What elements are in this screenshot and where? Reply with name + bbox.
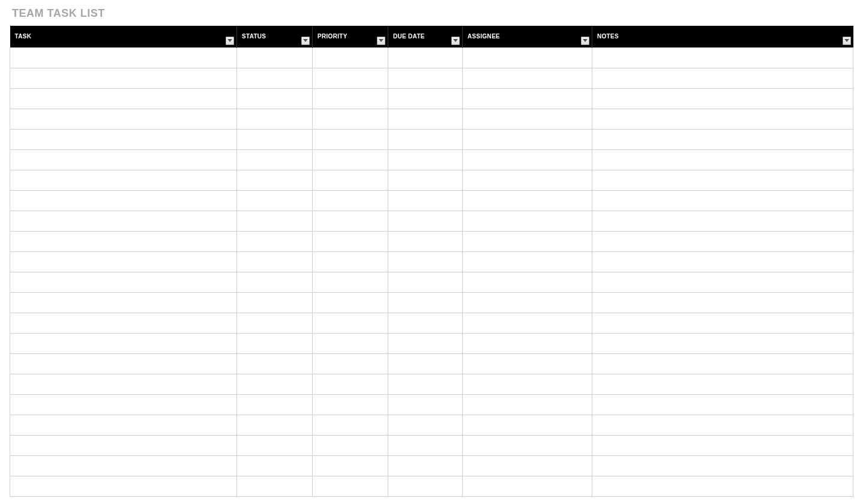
cell-duedate[interactable] bbox=[388, 455, 463, 476]
cell-notes[interactable] bbox=[592, 47, 853, 68]
cell-priority[interactable] bbox=[313, 109, 388, 129]
cell-notes[interactable] bbox=[592, 129, 853, 149]
cell-status[interactable] bbox=[237, 251, 313, 272]
cell-task[interactable] bbox=[10, 170, 237, 190]
cell-assignee[interactable] bbox=[463, 109, 592, 129]
cell-status[interactable] bbox=[237, 211, 313, 231]
column-header-duedate[interactable]: DUE DATE bbox=[388, 26, 463, 47]
cell-notes[interactable] bbox=[592, 211, 853, 231]
cell-task[interactable] bbox=[10, 313, 237, 333]
cell-assignee[interactable] bbox=[463, 272, 592, 292]
cell-duedate[interactable] bbox=[388, 190, 463, 211]
cell-duedate[interactable] bbox=[388, 251, 463, 272]
cell-notes[interactable] bbox=[592, 394, 853, 415]
cell-task[interactable] bbox=[10, 190, 237, 211]
cell-task[interactable] bbox=[10, 455, 237, 476]
column-header-status[interactable]: STATUS bbox=[237, 26, 313, 47]
cell-task[interactable] bbox=[10, 476, 237, 496]
cell-notes[interactable] bbox=[592, 455, 853, 476]
column-header-priority[interactable]: PRIORITY bbox=[313, 26, 388, 47]
cell-duedate[interactable] bbox=[388, 476, 463, 496]
cell-status[interactable] bbox=[237, 455, 313, 476]
cell-duedate[interactable] bbox=[388, 231, 463, 251]
cell-task[interactable] bbox=[10, 251, 237, 272]
cell-task[interactable] bbox=[10, 353, 237, 374]
cell-duedate[interactable] bbox=[388, 88, 463, 109]
cell-notes[interactable] bbox=[592, 272, 853, 292]
cell-priority[interactable] bbox=[313, 149, 388, 170]
column-header-task[interactable]: TASK bbox=[10, 26, 237, 47]
cell-status[interactable] bbox=[237, 313, 313, 333]
cell-notes[interactable] bbox=[592, 68, 853, 88]
cell-task[interactable] bbox=[10, 394, 237, 415]
cell-status[interactable] bbox=[237, 435, 313, 455]
cell-task[interactable] bbox=[10, 88, 237, 109]
cell-duedate[interactable] bbox=[388, 211, 463, 231]
cell-notes[interactable] bbox=[592, 170, 853, 190]
cell-assignee[interactable] bbox=[463, 476, 592, 496]
cell-status[interactable] bbox=[237, 394, 313, 415]
cell-status[interactable] bbox=[237, 190, 313, 211]
cell-priority[interactable] bbox=[313, 88, 388, 109]
cell-task[interactable] bbox=[10, 292, 237, 313]
cell-priority[interactable] bbox=[313, 476, 388, 496]
cell-priority[interactable] bbox=[313, 292, 388, 313]
cell-task[interactable] bbox=[10, 333, 237, 353]
cell-duedate[interactable] bbox=[388, 129, 463, 149]
cell-notes[interactable] bbox=[592, 415, 853, 435]
cell-notes[interactable] bbox=[592, 435, 853, 455]
cell-assignee[interactable] bbox=[463, 88, 592, 109]
cell-notes[interactable] bbox=[592, 190, 853, 211]
cell-notes[interactable] bbox=[592, 313, 853, 333]
cell-task[interactable] bbox=[10, 47, 237, 68]
cell-task[interactable] bbox=[10, 272, 237, 292]
cell-task[interactable] bbox=[10, 415, 237, 435]
cell-priority[interactable] bbox=[313, 129, 388, 149]
cell-notes[interactable] bbox=[592, 476, 853, 496]
filter-dropdown-button[interactable] bbox=[451, 37, 460, 45]
cell-assignee[interactable] bbox=[463, 455, 592, 476]
cell-notes[interactable] bbox=[592, 149, 853, 170]
cell-priority[interactable] bbox=[313, 190, 388, 211]
cell-priority[interactable] bbox=[313, 231, 388, 251]
cell-status[interactable] bbox=[237, 374, 313, 394]
cell-task[interactable] bbox=[10, 435, 237, 455]
filter-dropdown-button[interactable] bbox=[377, 37, 385, 45]
cell-task[interactable] bbox=[10, 109, 237, 129]
cell-task[interactable] bbox=[10, 231, 237, 251]
cell-priority[interactable] bbox=[313, 394, 388, 415]
cell-priority[interactable] bbox=[313, 68, 388, 88]
cell-priority[interactable] bbox=[313, 353, 388, 374]
cell-duedate[interactable] bbox=[388, 333, 463, 353]
cell-assignee[interactable] bbox=[463, 435, 592, 455]
cell-priority[interactable] bbox=[313, 251, 388, 272]
cell-status[interactable] bbox=[237, 47, 313, 68]
cell-notes[interactable] bbox=[592, 231, 853, 251]
cell-status[interactable] bbox=[237, 476, 313, 496]
cell-assignee[interactable] bbox=[463, 190, 592, 211]
cell-assignee[interactable] bbox=[463, 251, 592, 272]
cell-notes[interactable] bbox=[592, 251, 853, 272]
cell-notes[interactable] bbox=[592, 333, 853, 353]
column-header-notes[interactable]: NOTES bbox=[592, 26, 853, 47]
cell-notes[interactable] bbox=[592, 109, 853, 129]
cell-duedate[interactable] bbox=[388, 292, 463, 313]
cell-assignee[interactable] bbox=[463, 333, 592, 353]
cell-duedate[interactable] bbox=[388, 47, 463, 68]
cell-duedate[interactable] bbox=[388, 374, 463, 394]
cell-assignee[interactable] bbox=[463, 415, 592, 435]
cell-task[interactable] bbox=[10, 68, 237, 88]
cell-priority[interactable] bbox=[313, 333, 388, 353]
cell-assignee[interactable] bbox=[463, 394, 592, 415]
cell-duedate[interactable] bbox=[388, 353, 463, 374]
cell-status[interactable] bbox=[237, 88, 313, 109]
filter-dropdown-button[interactable] bbox=[226, 37, 234, 45]
cell-assignee[interactable] bbox=[463, 68, 592, 88]
cell-status[interactable] bbox=[237, 109, 313, 129]
cell-priority[interactable] bbox=[313, 211, 388, 231]
cell-status[interactable] bbox=[237, 292, 313, 313]
cell-duedate[interactable] bbox=[388, 435, 463, 455]
cell-priority[interactable] bbox=[313, 455, 388, 476]
cell-notes[interactable] bbox=[592, 374, 853, 394]
cell-task[interactable] bbox=[10, 129, 237, 149]
